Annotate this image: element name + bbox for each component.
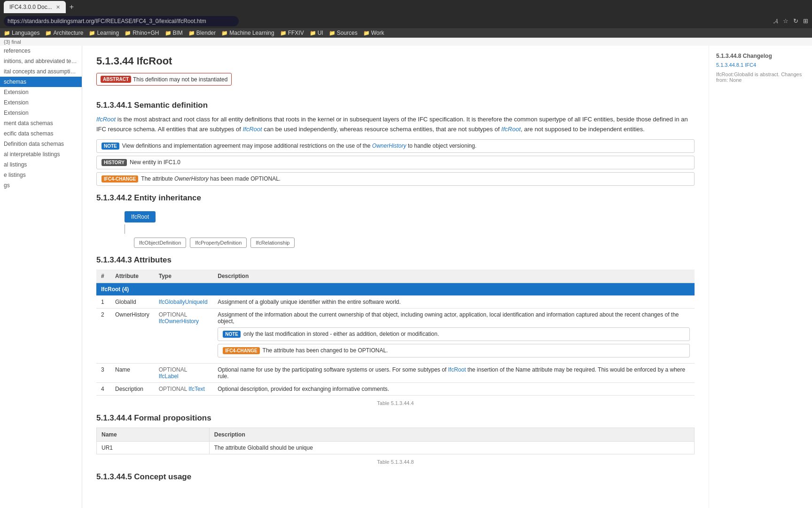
url-input[interactable] [4,16,239,26]
new-tab-button[interactable]: + [66,0,78,14]
attributes-table-caption: Table 5.1.3.44.4 [96,400,695,406]
note-text: View definitions and implementation agre… [122,143,476,149]
attributes-table: # Attribute Type Description IfcRoot (4)… [96,270,695,396]
ownerhistory-link[interactable]: OwnerHistory [372,143,406,149]
callout-history: HISTORY New entity in IFC1.0 [96,156,695,169]
sidebar-item-specific[interactable]: ecific data schemas [0,128,82,139]
folder-icon: 📁 [4,30,10,36]
sidebar-item-e-listings[interactable]: e listings [0,170,82,180]
sidebar-item-extension3[interactable]: Extension [0,108,82,118]
sidebar-item-mement[interactable]: ment data schemas [0,118,82,128]
bookmark-icon[interactable]: ☆ [783,17,789,25]
ownerhistory-type-link[interactable]: IfcOwnerHistory [159,318,199,325]
inheritance-root-node[interactable]: IfcRoot [125,211,156,222]
browser-icons: 𝓐 ☆ ↻ ⊞ [773,17,808,25]
right-panel-note: IfcRoot:GlobalId is abstract. Changes fr… [716,71,805,83]
bookmark-architecture[interactable]: 📁 Architecture [45,30,83,36]
sidebar-item-references[interactable]: references [0,46,82,56]
row-description: Optional name for use by the participati… [213,363,695,382]
bookmark-bim[interactable]: 📁 BIM [165,30,183,36]
folder-icon: 📁 [45,30,52,36]
folder-icon: 📁 [329,30,336,36]
globallyuniqueid-link[interactable]: IfcGloballyUniqueId [159,299,208,305]
ifcroot-link-1[interactable]: IfcRoot [96,116,116,123]
row-description: Optional description, provided for excha… [213,382,695,395]
bookmark-ffxiv[interactable]: 📁 FFXIV [280,30,304,36]
status-text: {3} final [4,39,21,45]
bookmark-blender[interactable]: 📁 Blender [188,30,216,36]
reader-icon[interactable]: 𝓐 [773,17,778,25]
ifc-label-link[interactable]: IfcLabel [159,373,179,380]
history-text: New entity in IFC1.0 [130,159,180,166]
bookmark-sources[interactable]: 📁 Sources [329,30,358,36]
attr-col-description: Description [213,270,695,283]
ifc-text-link[interactable]: IfcText [188,386,205,392]
page-layout: references initions, and abbreviated ter… [0,46,812,508]
sidebar-item-concepts[interactable]: ital concepts and assumptions [0,66,82,77]
sidebar-item-extension1[interactable]: Extension [0,87,82,97]
address-bar: 𝓐 ☆ ↻ ⊞ [0,14,812,28]
section-attributes-title: 5.1.3.44.3 Attributes [96,255,695,265]
bookmark-ui[interactable]: 📁 UI [310,30,323,36]
row-attribute: GlobalId [110,295,154,308]
sidebar-item-extension2[interactable]: Extension [0,97,82,108]
note-text-inner: only the last modification in stored - e… [243,331,439,337]
sidebar-item-gs[interactable]: gs [0,180,82,190]
optional-label: OPTIONAL [159,311,187,318]
sidebar-item-definitions[interactable]: initions, and abbreviated terms [0,56,82,66]
ifc4change-text: The attribute OwnerHistory has been made… [141,175,281,182]
note-badge-inner: NOTE [223,331,241,338]
ifc4change-badge-inner: IFC4-CHANGE [223,347,259,354]
inheritance-child-propdef[interactable]: IfcPropertyDefinition [190,238,247,248]
inheritance-child-objectdef[interactable]: IfcObjectDefinition [134,238,186,248]
table-row: 3 Name OPTIONAL IfcLabel Optional name f… [96,363,695,382]
ifcroot-name-link[interactable]: IfcRoot [448,366,466,373]
folder-icon: 📁 [89,30,95,36]
sidebar-item-al-listings[interactable]: al listings [0,159,82,170]
ifcroot-link-2[interactable]: IfcRoot [242,126,262,133]
group-header-label: IfcRoot (4) [96,283,695,295]
bookmark-ml[interactable]: 📁 Machine Learning [221,30,274,36]
row-type: OPTIONAL IfcLabel [154,363,213,382]
bookmark-label: Work [371,30,384,36]
row-description: Assignment of the information about the … [213,308,695,363]
bookmark-label: Rhino+GH [133,30,159,36]
bookmark-label: FFXIV [288,30,304,36]
table-row: 2 OwnerHistory OPTIONAL IfcOwnerHistory … [96,308,695,363]
bookmark-languages[interactable]: 📁 Languages [4,30,39,36]
folder-icon: 📁 [221,30,228,36]
ifc4change-text-inner: The attribute has been changed to be OPT… [263,347,388,354]
sidebar-item-definition[interactable]: Definition data schemas [0,139,82,149]
table-group-header: IfcRoot (4) [96,283,695,295]
row-callout-note: NOTE only the last modification in store… [218,327,690,341]
semantic-description: IfcRoot is the most abstract and root cl… [96,115,695,135]
active-tab[interactable]: IFC4.3.0.0 Doc... ✕ [4,1,66,13]
sidebar: references initions, and abbreviated ter… [0,46,82,508]
row-num: 2 [96,308,110,363]
sidebar-item-schemas[interactable]: schemas [0,77,82,87]
folder-icon: 📁 [188,30,195,36]
prop-col-name: Name [97,428,210,441]
table-row: 1 GlobalId IfcGloballyUniqueId Assignmen… [96,295,695,308]
folder-icon: 📁 [280,30,287,36]
inheritance-child-relationship[interactable]: IfcRelationship [250,238,295,248]
extensions-icon[interactable]: ⊞ [803,17,808,25]
refresh-icon[interactable]: ↻ [793,17,798,25]
bookmarks-bar: 📁 Languages 📁 Architecture 📁 Learning 📁 … [0,28,812,38]
right-panel-link-0[interactable]: 5.1.3.44.8.1 IFC4 [716,62,805,68]
row-attribute: Description [110,382,154,395]
bookmark-label: Blender [196,30,216,36]
prop-col-description: Description [209,428,694,441]
attr-col-num: # [96,270,110,283]
folder-icon: 📁 [310,30,316,36]
bookmark-rhinogh[interactable]: 📁 Rhino+GH [125,30,159,36]
bookmark-work[interactable]: 📁 Work [363,30,384,36]
ifcroot-link-3[interactable]: IfcRoot [501,126,521,133]
inheritance-diagram: IfcRoot IfcObjectDefinition IfcPropertyD… [96,207,695,248]
bookmark-learning[interactable]: 📁 Learning [89,30,119,36]
section-concept-title: 5.1.3.44.5 Concept usage [96,472,695,482]
row-type: OPTIONAL IfcText [154,382,213,395]
tab-close-button[interactable]: ✕ [56,4,60,10]
sidebar-item-interp[interactable]: al interpretable listings [0,149,82,159]
callout-note: NOTE View definitions and implementation… [96,139,695,153]
